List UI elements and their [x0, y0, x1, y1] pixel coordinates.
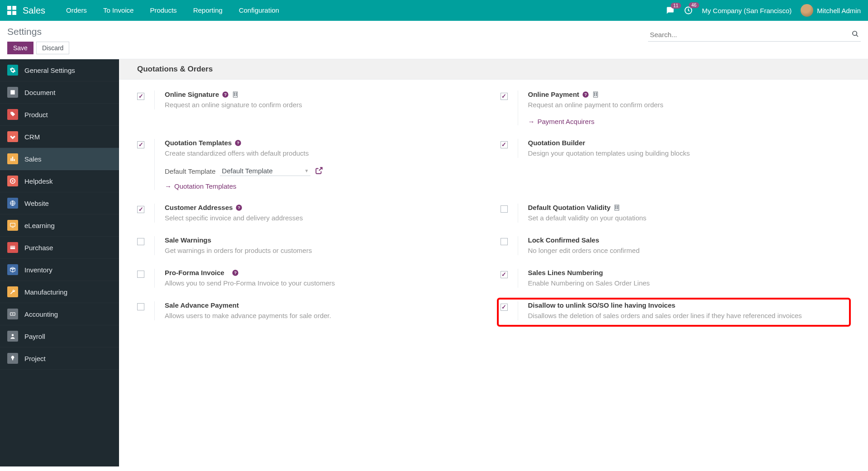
field-label-default-template: Default Template — [165, 167, 215, 175]
checkbox-online-signature[interactable] — [137, 93, 144, 100]
sidebar-item-product[interactable]: Product — [0, 104, 119, 126]
setting-title: Disallow to unlink SO/SO line having Inv… — [528, 301, 676, 309]
checkbox-disallow-unlink[interactable] — [501, 304, 508, 311]
sidebar-item-crm[interactable]: CRM — [0, 126, 119, 148]
sidebar-item-label: Accounting — [24, 310, 58, 318]
checkbox-quotation-builder[interactable] — [501, 141, 508, 148]
sidebar-item-elearning[interactable]: eLearning — [0, 214, 119, 237]
screen-icon — [7, 220, 18, 231]
checkbox-lines-numbering[interactable] — [501, 271, 508, 278]
svg-rect-40 — [617, 206, 618, 206]
setting-desc: Select specific invoice and delivery add… — [165, 213, 487, 223]
setting-desc: Design your quotation templates using bu… — [528, 148, 850, 158]
setting-desc: Request an online payment to confirm ord… — [528, 100, 850, 109]
sidebar-item-document[interactable]: Document — [0, 81, 119, 104]
search-input[interactable] — [648, 28, 850, 41]
enterprise-icon — [613, 204, 620, 211]
svg-text:?: ? — [224, 92, 227, 97]
checkbox-advance-payment[interactable] — [137, 303, 144, 310]
apps-icon[interactable] — [7, 6, 16, 15]
sidebar-item-label: Helpdesk — [24, 177, 53, 185]
sidebar-item-accounting[interactable]: Accounting — [0, 303, 119, 325]
search-box[interactable] — [648, 28, 861, 42]
app-brand[interactable]: Sales — [23, 5, 45, 16]
user-menu[interactable]: Mitchell Admin — [801, 4, 861, 17]
menu-products[interactable]: Products — [142, 0, 185, 21]
sidebar-item-general-settings[interactable]: General Settings — [0, 59, 119, 81]
sidebar-item-manufacturing[interactable]: Manufacturing — [0, 281, 119, 303]
setting-desc: Set a default validity on your quotation… — [528, 213, 850, 223]
checkbox-quotation-templates[interactable] — [137, 141, 144, 148]
svg-rect-43 — [615, 208, 616, 209]
setting-title: Lock Confirmed Sales — [528, 236, 600, 244]
svg-rect-18 — [233, 92, 237, 97]
checkbox-customer-addresses[interactable] — [137, 206, 144, 213]
chart-icon — [7, 153, 18, 164]
setting-advance-payment: Sale Advance Payment Allows users to mak… — [137, 301, 487, 334]
svg-rect-30 — [594, 94, 595, 94]
dropdown-default-template[interactable]: Default Template ▼ — [220, 166, 310, 176]
company-switcher[interactable]: My Company (San Francisco) — [702, 7, 792, 14]
setting-title: Pro-Forma Invoice — [165, 269, 224, 276]
chevron-down-icon: ▼ — [304, 168, 309, 173]
svg-rect-3 — [12, 11, 16, 15]
setting-lines-numbering: Sales Lines Numbering Enable Numbering o… — [501, 269, 850, 301]
svg-text:?: ? — [237, 141, 239, 145]
save-button[interactable]: Save — [7, 42, 33, 54]
menu-to-invoice[interactable]: To Invoice — [95, 0, 142, 21]
sidebar-item-inventory[interactable]: Inventory — [0, 259, 119, 281]
svg-point-15 — [12, 334, 14, 336]
menu-configuration[interactable]: Configuration — [231, 0, 287, 21]
checkbox-lock-confirmed[interactable] — [501, 238, 508, 245]
checkbox-online-payment[interactable] — [501, 93, 508, 100]
sidebar-item-label: Product — [24, 111, 48, 119]
discard-button[interactable]: Discard — [36, 42, 69, 54]
setting-desc: Create standardized offers with default … — [165, 148, 487, 158]
setting-disallow-unlink: Disallow to unlink SO/SO line having Inv… — [501, 301, 850, 334]
help-icon[interactable]: ? — [235, 204, 243, 211]
settings-sidebar: General Settings Document Product CRM Sa… — [0, 59, 119, 466]
svg-rect-1 — [12, 6, 16, 10]
sidebar-item-payroll[interactable]: Payroll — [0, 325, 119, 347]
avatar — [801, 4, 813, 17]
sidebar-item-label: General Settings — [24, 67, 75, 74]
external-link-icon[interactable] — [315, 167, 323, 176]
svg-rect-20 — [236, 93, 236, 93]
setting-title: Quotation Templates — [165, 139, 232, 147]
setting-title: Sales Lines Numbering — [528, 269, 603, 276]
link-quotation-templates[interactable]: → Quotation Templates — [165, 182, 487, 190]
sidebar-item-label: Project — [24, 355, 46, 362]
checkbox-proforma[interactable] — [137, 271, 144, 278]
setting-default-validity: Default Quotation Validity Set a default… — [501, 204, 850, 236]
activities-icon[interactable]: 46 — [684, 6, 693, 15]
setting-title: Default Quotation Validity — [528, 204, 611, 211]
svg-rect-23 — [234, 95, 234, 95]
card-icon — [7, 242, 18, 253]
sidebar-item-label: Sales — [24, 155, 42, 163]
checkbox-default-validity[interactable] — [501, 205, 508, 213]
help-icon[interactable]: ? — [222, 91, 229, 98]
help-icon[interactable]: ? — [582, 91, 589, 98]
checkbox-sale-warnings[interactable] — [137, 238, 144, 245]
arrow-icon: → — [165, 182, 172, 190]
sidebar-item-purchase[interactable]: Purchase — [0, 237, 119, 259]
svg-rect-2 — [7, 11, 11, 15]
gear-icon — [7, 65, 18, 76]
lifebuoy-icon — [7, 176, 18, 186]
sidebar-item-label: Website — [24, 200, 49, 207]
messages-icon[interactable]: 11 — [666, 6, 675, 14]
search-icon[interactable] — [850, 29, 861, 41]
svg-rect-24 — [236, 95, 236, 95]
link-payment-acquirers[interactable]: → Payment Acquirers — [528, 118, 850, 125]
sidebar-item-project[interactable]: Project — [0, 347, 119, 370]
sidebar-item-label: Inventory — [24, 266, 52, 274]
menu-orders[interactable]: Orders — [58, 0, 95, 21]
sidebar-item-sales[interactable]: Sales — [0, 148, 119, 170]
settings-content[interactable]: Quotations & Orders Online Signature ? R… — [119, 59, 868, 466]
svg-rect-22 — [236, 94, 236, 94]
help-icon[interactable]: ? — [234, 139, 242, 147]
sidebar-item-website[interactable]: Website — [0, 192, 119, 214]
sidebar-item-helpdesk[interactable]: Helpdesk — [0, 170, 119, 192]
menu-reporting[interactable]: Reporting — [185, 0, 231, 21]
help-icon[interactable]: ? — [232, 269, 239, 276]
